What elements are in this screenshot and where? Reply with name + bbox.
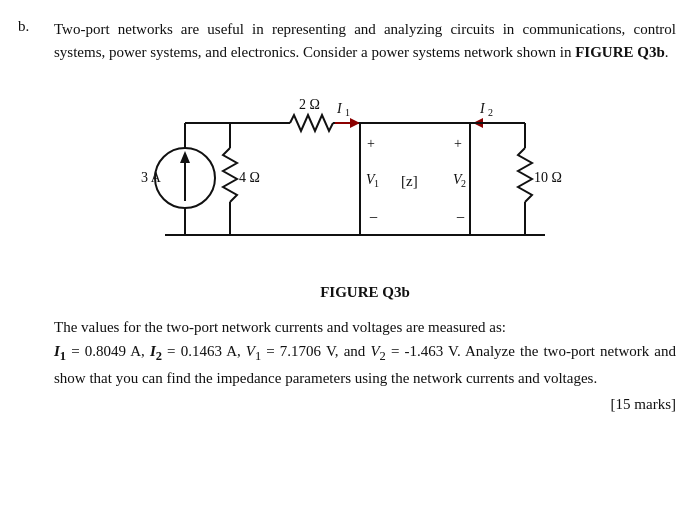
port-label: [z] — [401, 173, 418, 189]
svg-text:+: + — [454, 136, 462, 151]
values-line2: I1 = 0.8049 A, I2 = 0.1463 A, V1 = 7.170… — [54, 343, 676, 386]
content-block: b. Two-port networks are useful in repre… — [18, 18, 676, 413]
r2-label: 4 Ω — [239, 170, 260, 185]
svg-text:2: 2 — [461, 178, 466, 189]
i1-label: I — [336, 101, 343, 116]
values-paragraph: The values for the two-port network curr… — [54, 315, 676, 390]
svg-text:2: 2 — [488, 107, 493, 118]
svg-marker-12 — [350, 118, 360, 128]
r3-label: 10 Ω — [534, 170, 562, 185]
circuit-svg: 3 A 4 Ω — [125, 83, 605, 278]
intro-paragraph: Two-port networks are useful in represen… — [54, 18, 676, 65]
figure-label: FIGURE Q3b — [54, 284, 676, 301]
r1-label: 2 Ω — [299, 97, 320, 112]
svg-text:−: − — [369, 209, 378, 226]
figure-reference: FIGURE Q3b — [575, 44, 665, 60]
i2-label: I — [479, 101, 486, 116]
section-label: b. — [18, 18, 54, 413]
source-label: 3 A — [141, 170, 162, 185]
svg-marker-5 — [180, 151, 190, 163]
svg-text:+: + — [367, 136, 375, 151]
svg-text:1: 1 — [374, 178, 379, 189]
main-content: Two-port networks are useful in represen… — [54, 18, 676, 413]
marks: [15 marks] — [54, 396, 676, 413]
svg-text:−: − — [456, 209, 465, 226]
svg-text:1: 1 — [345, 107, 350, 118]
circuit-diagram: 3 A 4 Ω — [54, 83, 676, 278]
